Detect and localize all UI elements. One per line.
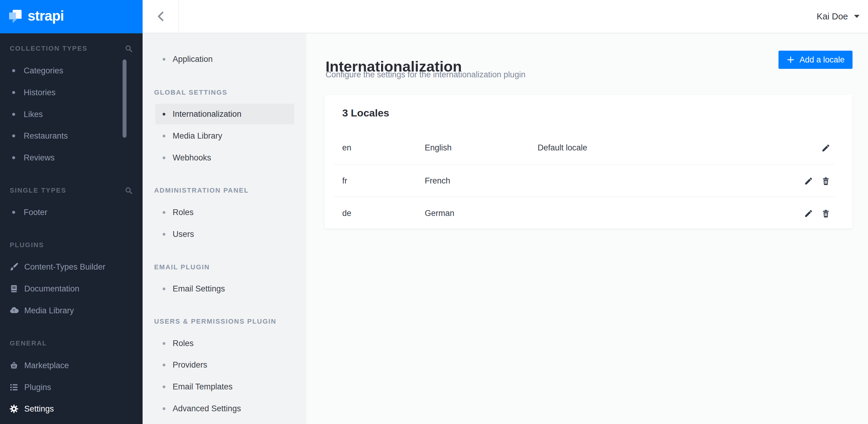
settings-nav-item-providers[interactable]: Providers [143, 359, 306, 370]
caret-down-icon [854, 15, 860, 18]
add-locale-button[interactable]: Add a locale [778, 51, 852, 69]
sidebar-item-plugins[interactable]: Plugins [0, 382, 143, 393]
bullet-icon [12, 69, 15, 72]
locale-actions [802, 174, 833, 188]
bullet-icon [163, 386, 165, 388]
add-locale-label: Add a locale [800, 55, 845, 65]
edit-locale-button[interactable] [819, 141, 833, 155]
locale-row-fr: fr French [324, 165, 852, 197]
bullet-icon [12, 91, 15, 94]
basket-icon [9, 361, 19, 370]
sidebar-scrollbar-thumb[interactable] [123, 60, 126, 138]
bullet-icon [12, 211, 15, 214]
strapi-logo-icon [9, 10, 23, 24]
book-icon [9, 284, 19, 294]
settings-nav-item-internationalization[interactable]: Internationalization [143, 108, 306, 120]
sidebar-item-content-types-builder[interactable]: Content-Types Builder [0, 261, 143, 272]
back-button[interactable] [143, 0, 179, 33]
locale-code: de [342, 209, 425, 218]
strapi-logo-text: strapi [28, 9, 64, 25]
bullet-icon [163, 233, 165, 236]
bullet-icon [163, 157, 165, 159]
edit-locale-button[interactable] [802, 174, 815, 188]
user-menu[interactable]: Kai Doe [817, 0, 860, 33]
sidebar-item-marketplace[interactable]: Marketplace [0, 360, 143, 371]
locale-actions [802, 207, 833, 220]
sidebar-item-footer[interactable]: Footer [0, 207, 143, 218]
bullet-icon [163, 364, 165, 366]
bullet-icon [163, 58, 165, 61]
trash-icon [821, 176, 830, 186]
settings-nav-header-global-settings: GLOBAL SETTINGS [154, 88, 227, 97]
bullet-icon [12, 156, 15, 159]
settings-nav-header-users-permissions-plugin: USERS & PERMISSIONS PLUGIN [154, 317, 276, 326]
bullet-icon [163, 407, 165, 410]
sidebar-item-histories[interactable]: Histories [0, 87, 143, 98]
search-icon[interactable] [125, 44, 133, 53]
locale-status: Default locale [537, 143, 819, 153]
locale-name: German [425, 209, 537, 218]
pencil-icon [821, 143, 830, 153]
settings-nav-item-email-settings[interactable]: Email Settings [143, 283, 306, 294]
section-header-plugins: PLUGINS [10, 240, 133, 250]
settings-nav-header-email-plugin: EMAIL PLUGIN [154, 263, 210, 272]
locales-card-title: 3 Locales [342, 107, 389, 119]
locale-code: en [342, 143, 425, 153]
delete-locale-button[interactable] [819, 174, 833, 188]
sidebar-item-restaurants[interactable]: Restaurants [0, 130, 143, 141]
sidebar-item-documentation[interactable]: Documentation [0, 283, 143, 294]
pencil-icon [804, 209, 813, 218]
section-header-single-types: SINGLE TYPES [10, 186, 133, 195]
locale-name: English [425, 143, 537, 153]
strapi-logo[interactable]: strapi [0, 0, 143, 33]
bullet-icon [163, 288, 165, 290]
cloud-upload-icon [9, 306, 19, 316]
section-header-general: GENERAL [10, 339, 133, 348]
sidebar-item-categories[interactable]: Categories [0, 65, 143, 76]
locale-row-de: de German [324, 197, 852, 230]
settings-nav-item-email-templates[interactable]: Email Templates [143, 381, 306, 392]
settings-nav-item-media-library[interactable]: Media Library [143, 130, 306, 141]
user-name: Kai Doe [817, 11, 848, 22]
settings-nav-item-webhooks[interactable]: Webhooks [143, 152, 306, 163]
settings-nav-item-advanced-settings[interactable]: Advanced Settings [143, 403, 306, 414]
bullet-icon [163, 113, 165, 116]
sidebar-item-media-library[interactable]: Media Library [0, 305, 143, 316]
bullet-icon [163, 211, 165, 214]
section-header-collection-types: COLLECTION TYPES [10, 44, 133, 53]
main-sidebar: strapi COLLECTION TYPES Categories Histo… [0, 0, 143, 424]
sidebar-item-likes[interactable]: Likes [0, 109, 143, 120]
settings-nav-item-application[interactable]: Application [143, 54, 306, 65]
settings-nav-header-administration-panel: ADMINISTRATION PANEL [154, 186, 249, 195]
settings-nav: Application GLOBAL SETTINGS Internationa… [143, 33, 306, 424]
bullet-icon [163, 342, 165, 345]
sidebar-item-settings[interactable]: Settings [0, 403, 143, 414]
gear-icon [9, 404, 19, 414]
locale-actions [819, 141, 833, 155]
edit-locale-button[interactable] [802, 207, 815, 220]
plus-icon [786, 56, 795, 64]
pencil-icon [804, 176, 813, 186]
sidebar-item-reviews[interactable]: Reviews [0, 152, 143, 163]
locale-name: French [425, 176, 537, 186]
page-subtitle: Configure the settings for the internati… [326, 70, 525, 79]
settings-nav-item-admin-roles[interactable]: Roles [143, 207, 306, 218]
brush-icon [9, 262, 19, 272]
chevron-left-icon [157, 11, 164, 22]
search-icon[interactable] [125, 187, 133, 195]
locale-row-en: en English Default locale [324, 132, 852, 164]
settings-nav-item-admin-users[interactable]: Users [143, 229, 306, 239]
strapi-admin-app: strapi COLLECTION TYPES Categories Histo… [0, 0, 868, 424]
bullet-icon [12, 113, 15, 116]
bullet-icon [12, 134, 15, 137]
bullet-icon [163, 135, 165, 137]
delete-locale-button[interactable] [819, 207, 833, 220]
locales-card: 3 Locales en English Default locale fr F… [324, 95, 852, 228]
topbar: Kai Doe [143, 0, 868, 33]
settings-nav-item-up-roles[interactable]: Roles [143, 338, 306, 349]
list-icon [9, 383, 19, 392]
trash-icon [821, 209, 830, 218]
locale-code: fr [342, 176, 425, 186]
